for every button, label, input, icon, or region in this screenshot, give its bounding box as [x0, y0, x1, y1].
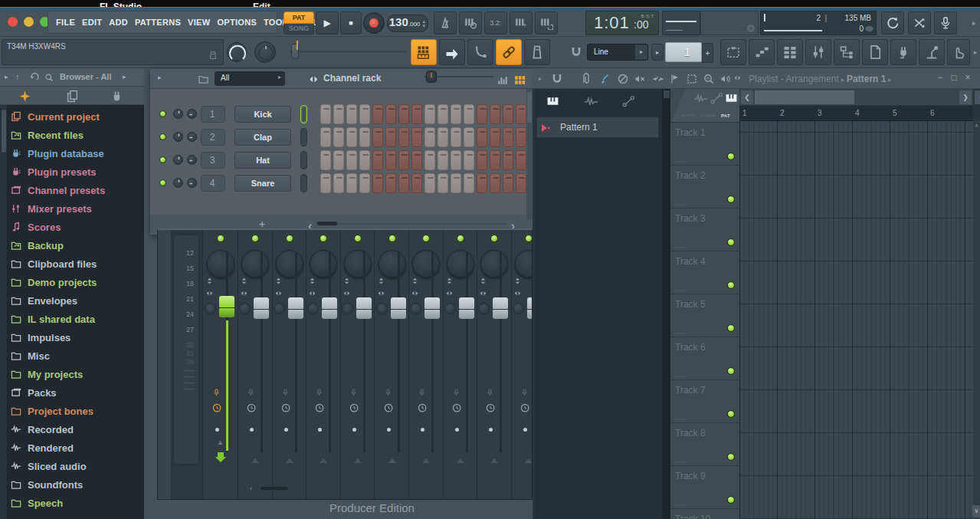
strip-stereo-knob[interactable]: [513, 303, 524, 314]
strip-clock-icon[interactable]: [384, 403, 395, 414]
strip-clock-icon[interactable]: [452, 403, 463, 414]
browser-tab-smart-find[interactable]: [18, 90, 31, 103]
track-name[interactable]: Track 2: [675, 170, 706, 181]
track-led[interactable]: [727, 367, 735, 375]
browser-item-envelopes[interactable]: Envelopes: [11, 291, 144, 310]
step-11[interactable]: [451, 127, 461, 147]
step-3[interactable]: [346, 127, 357, 147]
strip-stereo-knob[interactable]: [205, 303, 216, 314]
strip-leftright-icon[interactable]: [206, 290, 215, 299]
strip-fader-handle[interactable]: [459, 297, 474, 320]
step-5[interactable]: [372, 150, 383, 170]
browser-item-scores[interactable]: Scores: [11, 218, 144, 236]
track-led[interactable]: [727, 453, 735, 461]
channel-enable-led[interactable]: [159, 179, 166, 186]
strip-led[interactable]: [388, 235, 396, 242]
strip-stereo-knob[interactable]: [239, 303, 251, 314]
pat-song-toggle[interactable]: PAT SONG: [284, 11, 314, 34]
step-16[interactable]: [516, 173, 526, 193]
step-15[interactable]: [503, 127, 513, 147]
track-name[interactable]: Track 5: [675, 299, 706, 310]
strip-updown-icon[interactable]: [241, 278, 250, 287]
browser-search-icon[interactable]: [44, 73, 54, 83]
strip-route-dot[interactable]: [284, 428, 288, 432]
browser-item-channel-presets[interactable]: Channel presets: [11, 181, 144, 199]
step-11[interactable]: [451, 104, 461, 124]
channel-select-led[interactable]: [300, 151, 307, 169]
step-6[interactable]: [385, 104, 396, 124]
strip-stereo-knob[interactable]: [444, 303, 456, 314]
paint-tool-icon[interactable]: [598, 73, 611, 85]
corner-tab-patterns[interactable]: [724, 92, 739, 105]
bar-number-3[interactable]: 3: [818, 109, 822, 117]
typing-keyboard-to-piano-button[interactable]: [411, 39, 437, 65]
picker-scrollbar[interactable]: [662, 89, 670, 519]
step-7[interactable]: [398, 104, 409, 124]
track-row-1[interactable]: Track 1: [670, 123, 739, 166]
strip-pan-knob[interactable]: [515, 250, 533, 278]
strip-route-dot[interactable]: [318, 428, 322, 432]
step-10[interactable]: [438, 150, 448, 170]
track-row-7[interactable]: Track 7: [670, 380, 739, 423]
channel-select-led[interactable]: [300, 128, 307, 146]
strip-route-dot[interactable]: [523, 428, 527, 432]
strip-leftright-icon[interactable]: [343, 290, 352, 299]
mixer-strip[interactable]: [408, 230, 443, 500]
strip-pan-knob[interactable]: [379, 250, 406, 278]
smart-disable-button[interactable]: [524, 39, 550, 65]
strip-stereo-knob[interactable]: [478, 303, 490, 314]
strip-pan-knob[interactable]: [207, 250, 234, 278]
playlist-magnet-icon[interactable]: [551, 73, 563, 85]
strip-leftright-icon[interactable]: [241, 290, 250, 299]
track-name[interactable]: Track 8: [675, 428, 706, 439]
rack-scroll-track[interactable]: [316, 223, 507, 225]
strip-led[interactable]: [251, 235, 259, 242]
plugin-picker-button[interactable]: [890, 39, 916, 65]
step-1[interactable]: [320, 127, 331, 147]
step-15[interactable]: [503, 104, 513, 124]
mixer-strip[interactable]: [477, 230, 511, 500]
track-row-4[interactable]: Track 4: [670, 251, 739, 294]
mixer-strip[interactable]: [340, 230, 375, 500]
browser-item-backup[interactable]: Backup: [11, 236, 144, 255]
strip-clock-icon[interactable]: [349, 403, 360, 414]
playlist-scroll-dot-button[interactable]: •: [975, 90, 980, 104]
mixer-strip[interactable]: [443, 230, 477, 500]
mixer-strip[interactable]: [238, 230, 272, 500]
corner-tab-automation[interactable]: [709, 92, 723, 105]
step-9[interactable]: [424, 173, 435, 193]
track-row-8[interactable]: Track 8: [670, 423, 739, 466]
strip-arm-icon[interactable]: [282, 388, 291, 399]
strip-route-dot[interactable]: [387, 428, 391, 432]
bar-number-4[interactable]: 4: [855, 109, 860, 117]
strip-updown-icon[interactable]: [343, 278, 352, 287]
step-3[interactable]: [346, 104, 357, 124]
playlist-scroll-handle[interactable]: [755, 90, 854, 104]
strip-led[interactable]: [354, 235, 362, 242]
step-2[interactable]: [333, 127, 344, 147]
strip-stereo-knob[interactable]: [376, 303, 388, 314]
step-13[interactable]: [477, 150, 487, 170]
strip-leftright-icon[interactable]: [378, 290, 387, 299]
channel-pan-knob[interactable]: [173, 132, 183, 142]
channel-number[interactable]: 3:: [201, 152, 225, 169]
step-8[interactable]: [411, 127, 422, 147]
playlist-scroll-right[interactable]: ❯: [959, 90, 972, 104]
strip-stereo-knob[interactable]: [410, 303, 421, 314]
picker-tab-audio[interactable]: [582, 95, 598, 108]
strip-fader-handle[interactable]: [424, 297, 440, 320]
select-tool-icon[interactable]: [686, 73, 698, 85]
pattern-play-arrow[interactable]: ▸: [651, 44, 664, 61]
swing-knob[interactable]: [426, 71, 437, 83]
step-10[interactable]: [438, 127, 448, 147]
mixer-strip[interactable]: [511, 230, 533, 500]
rack-grid-view-icon[interactable]: [513, 74, 526, 87]
step-2[interactable]: [333, 173, 344, 193]
rack-scroll-handle[interactable]: [317, 222, 337, 225]
picker-scrollbar-handle[interactable]: [664, 90, 670, 98]
strip-fader-handle[interactable]: [391, 297, 406, 320]
strip-updown-icon[interactable]: [514, 278, 523, 287]
browser-item-misc[interactable]: Misc: [11, 347, 144, 365]
toolbar2-overflow-arrow[interactable]: ▸: [972, 39, 978, 65]
step-9[interactable]: [424, 150, 435, 170]
